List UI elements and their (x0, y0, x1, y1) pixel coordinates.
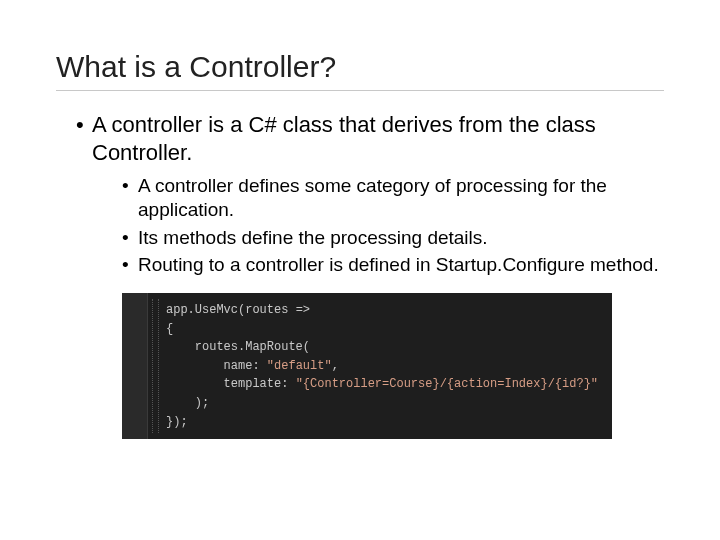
code-token: app.UseMvc(routes (166, 303, 296, 317)
code-token: name: (166, 359, 267, 373)
indent-guides (152, 293, 164, 439)
bullet-l2-text: Its methods define the processing detail… (138, 227, 488, 248)
bullet-list-level1: A controller is a C# class that derives … (56, 111, 664, 277)
code-token: template: (166, 377, 296, 391)
bullet-l2-item: Its methods define the processing detail… (122, 226, 664, 250)
code-token: }); (166, 415, 188, 429)
bullet-l2-text: A controller defines some category of pr… (138, 175, 607, 220)
slide: What is a Controller? A controller is a … (0, 0, 720, 540)
bullet-l2-text: Routing to a controller is defined in St… (138, 254, 659, 275)
slide-title: What is a Controller? (56, 50, 664, 91)
bullet-l1-item: A controller is a C# class that derives … (76, 111, 664, 277)
bullet-l2-item: Routing to a controller is defined in St… (122, 253, 664, 277)
code-token: => (296, 303, 310, 317)
bullet-l1-text: A controller is a C# class that derives … (92, 112, 596, 165)
bullet-l2-item: A controller defines some category of pr… (122, 174, 664, 222)
code-token: ); (166, 396, 209, 410)
code-string-token: "default" (267, 359, 332, 373)
code-token: , (332, 359, 339, 373)
code-token: { (166, 322, 173, 336)
code-content: app.UseMvc(routes => { routes.MapRoute( … (166, 301, 604, 431)
code-block: app.UseMvc(routes => { routes.MapRoute( … (122, 293, 612, 439)
code-gutter (122, 293, 148, 439)
code-token: routes.MapRoute( (166, 340, 310, 354)
code-string-token: "{Controller=Course}/{action=Index}/{id?… (296, 377, 598, 391)
bullet-list-level2: A controller defines some category of pr… (92, 174, 664, 277)
